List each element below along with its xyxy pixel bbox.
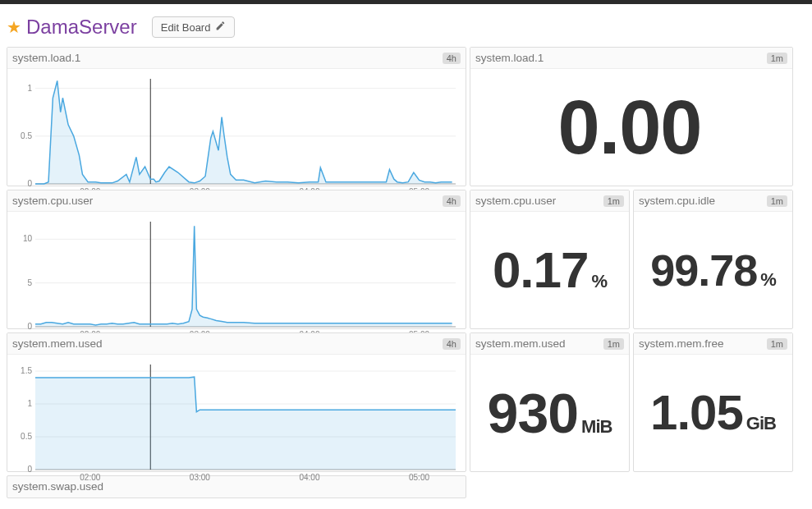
panel-load-value[interactable]: system.load.1 1m 0.00: [470, 47, 793, 186]
panel-title: system.cpu.user: [12, 195, 93, 207]
panel-header: system.load.1 1m: [470, 48, 792, 69]
line-chart: 00.511.502:0003:0004:0005:00: [12, 360, 461, 483]
svg-text:0.5: 0.5: [21, 131, 32, 140]
edit-board-button[interactable]: Edit Board: [152, 16, 236, 38]
pencil-icon: [215, 21, 226, 34]
range-tag: 1m: [603, 338, 624, 350]
panel-header: system.mem.used 4h: [7, 333, 466, 355]
panel-mem-used-chart[interactable]: system.mem.used 4h 00.511.502:0003:0004:…: [7, 332, 466, 472]
range-tag: 1m: [767, 53, 787, 64]
panel-mem-used-value[interactable]: system.mem.used 1m 930MiB: [470, 332, 630, 472]
panel-header: system.mem.used 1m: [470, 333, 629, 355]
panel-title: system.mem.used: [475, 337, 566, 350]
svg-text:0: 0: [27, 179, 32, 188]
svg-text:1: 1: [27, 84, 32, 93]
panel-header: system.cpu.idle 1m: [634, 190, 792, 212]
panel-header: system.cpu.user 4h: [7, 190, 466, 212]
metric-value: 0.17%: [493, 245, 607, 296]
svg-text:02:00: 02:00: [80, 473, 100, 482]
range-tag: 1m: [767, 338, 787, 350]
chart-body: 00.511.502:0003:0004:0005:00: [7, 355, 466, 498]
metric-value: 0.00: [557, 89, 704, 165]
panel-cpu-user-value[interactable]: system.cpu.user 1m 0.17%: [470, 190, 630, 329]
panel-title: system.cpu.user: [475, 195, 556, 207]
star-icon[interactable]: ★: [7, 19, 21, 35]
svg-text:04:00: 04:00: [299, 473, 319, 482]
svg-text:05:00: 05:00: [409, 473, 429, 482]
panel-mem-free-value[interactable]: system.mem.free 1m 1.05GiB: [633, 332, 793, 472]
dashboard-grid: system.load.1 4h 00.5102:0003:0004:0005:…: [0, 47, 812, 498]
panel-title: system.cpu.idle: [639, 195, 715, 207]
svg-text:10: 10: [23, 234, 33, 243]
panel-title: system.mem.used: [12, 337, 103, 350]
range-tag: 4h: [443, 53, 461, 64]
line-chart: 051002:0003:0004:0005:00: [12, 217, 461, 340]
metric-value: 930MiB: [488, 385, 612, 441]
svg-text:0: 0: [27, 465, 32, 474]
range-tag: 4h: [443, 338, 461, 350]
panel-cpu-idle-value[interactable]: system.cpu.idle 1m 99.78%: [633, 190, 793, 329]
range-tag: 1m: [767, 195, 787, 207]
panel-cpu-user-chart[interactable]: system.cpu.user 4h 051002:0003:0004:0005…: [7, 190, 466, 329]
svg-text:1.5: 1.5: [21, 366, 32, 375]
dashboard-title: DamaServer: [26, 16, 137, 39]
panel-title: system.mem.free: [639, 337, 724, 350]
svg-text:0.5: 0.5: [21, 432, 32, 441]
panel-header: system.load.1 4h: [7, 48, 466, 69]
line-chart: 00.5102:0003:0004:0005:00: [12, 74, 461, 197]
panel-title: system.load.1: [12, 52, 80, 64]
metric-value: 99.78%: [650, 248, 776, 292]
edit-board-label: Edit Board: [161, 21, 211, 34]
dashboard-header: ★ DamaServer Edit Board: [0, 4, 812, 47]
svg-text:0: 0: [27, 322, 32, 331]
panel-load-chart[interactable]: system.load.1 4h 00.5102:0003:0004:0005:…: [7, 47, 466, 186]
range-tag: 1m: [603, 195, 624, 207]
metric-value: 1.05GiB: [650, 388, 776, 438]
range-tag: 4h: [443, 195, 461, 207]
svg-text:5: 5: [27, 278, 32, 287]
svg-text:1: 1: [27, 399, 32, 408]
panel-title: system.load.1: [475, 52, 544, 64]
panel-header: system.mem.free 1m: [634, 333, 792, 355]
svg-text:03:00: 03:00: [190, 473, 210, 482]
panel-header: system.cpu.user 1m: [470, 190, 629, 212]
